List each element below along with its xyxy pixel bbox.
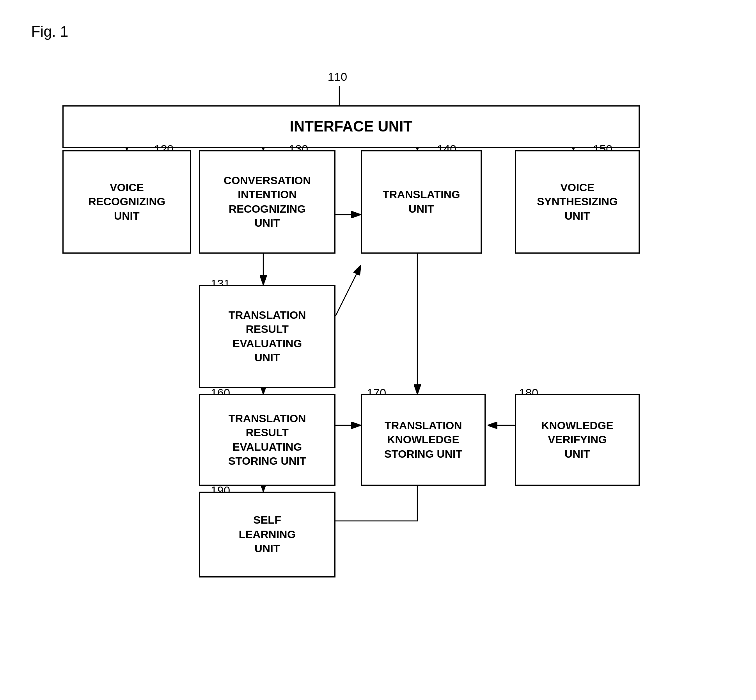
conversation-intention-box: CONVERSATION INTENTION RECOGNIZING UNIT [199, 150, 335, 254]
figure-label: Fig. 1 [31, 23, 68, 40]
ref-110: 110 [328, 70, 347, 84]
translation-result-eval-box: TRANSLATION RESULT EVALUATING UNIT [199, 285, 335, 388]
knowledge-verifying-box: KNOWLEDGE VERIFYING UNIT [515, 394, 640, 486]
translation-result-storing-box: TRANSLATION RESULT EVALUATING STORING UN… [199, 394, 335, 486]
svg-line-9 [335, 265, 361, 316]
voice-synthesizing-box: VOICE SYNTHESIZING UNIT [515, 150, 640, 254]
diagram-container: 110 INTERFACE UNIT 120 VOICE RECOGNIZING… [31, 47, 725, 669]
translating-box: TRANSLATING UNIT [361, 150, 482, 254]
self-learning-box: SELF LEARNING UNIT [199, 492, 335, 577]
translation-knowledge-box: TRANSLATION KNOWLEDGE STORING UNIT [361, 394, 486, 486]
interface-unit-box: INTERFACE UNIT [62, 105, 640, 148]
voice-recognizing-box: VOICE RECOGNIZING UNIT [62, 150, 191, 254]
